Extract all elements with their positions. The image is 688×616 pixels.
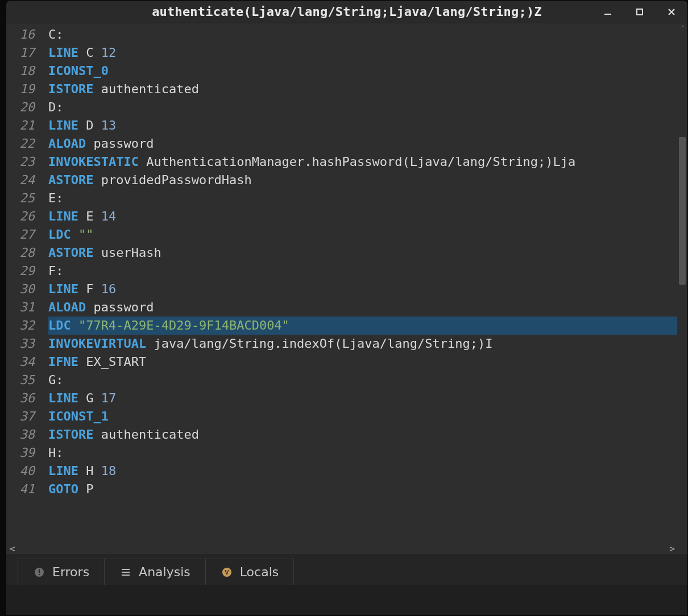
code-token — [93, 209, 101, 223]
code-token: LINE — [48, 118, 78, 132]
tab-locals-label: Locals — [240, 565, 279, 579]
code-token: F — [86, 282, 93, 296]
code-line[interactable]: LINE D 13 — [48, 116, 687, 135]
tab-locals[interactable]: V Locals — [205, 559, 294, 585]
code-token: P — [86, 482, 93, 496]
code-token — [71, 318, 78, 332]
app-window: authenticate(Ljava/lang/String;Ljava/lan… — [6, 0, 688, 616]
code-token: LINE — [48, 209, 78, 223]
code-token: "" — [78, 227, 94, 242]
code-token: 13 — [101, 118, 117, 132]
code-line[interactable]: G: — [48, 371, 687, 389]
code-token — [146, 336, 154, 351]
code-token: D — [86, 118, 93, 132]
code-line[interactable]: ASTORE userHash — [48, 244, 687, 262]
code-token: 12 — [101, 45, 117, 60]
code-line[interactable]: INVOKESTATIC AuthenticationManager.hashP… — [48, 153, 687, 171]
minimize-button[interactable] — [592, 1, 624, 23]
code-line[interactable]: ISTORE authenticated — [48, 80, 687, 98]
line-number: 31 — [6, 298, 35, 317]
window-title: authenticate(Ljava/lang/String;Ljava/lan… — [152, 5, 542, 19]
tab-errors[interactable]: Errors — [18, 559, 105, 585]
code-token: 16 — [101, 282, 117, 296]
error-icon — [33, 566, 45, 578]
code-token: GOTO — [48, 482, 78, 496]
editor-body[interactable]: 1617181920212223242526272829303132333435… — [6, 23, 687, 543]
maximize-button[interactable] — [624, 1, 656, 23]
code-area[interactable]: C:LINE C 12ICONST_0ISTORE authenticatedD… — [40, 23, 687, 543]
code-line[interactable]: LINE E 14 — [48, 207, 687, 226]
code-line[interactable]: H: — [48, 444, 687, 462]
code-token — [86, 300, 93, 314]
svg-rect-6 — [39, 574, 40, 575]
line-number-gutter: 1617181920212223242526272829303132333435… — [6, 23, 40, 543]
code-line[interactable]: LINE F 16 — [48, 280, 687, 298]
line-number: 30 — [6, 280, 35, 298]
code-token: 14 — [101, 209, 117, 223]
titlebar: authenticate(Ljava/lang/String;Ljava/lan… — [6, 1, 687, 23]
code-token: password — [93, 136, 154, 151]
scroll-left-icon[interactable]: < — [10, 543, 15, 555]
code-token — [78, 118, 86, 132]
code-token: ASTORE — [48, 173, 93, 187]
code-token — [93, 245, 101, 260]
code-token — [78, 464, 86, 478]
line-number: 26 — [6, 207, 35, 226]
code-line[interactable]: LINE G 17 — [48, 389, 687, 407]
scroll-right-icon[interactable]: > — [669, 543, 675, 555]
code-token — [93, 282, 101, 296]
code-line[interactable]: ISTORE authenticated — [48, 426, 687, 444]
tab-analysis[interactable]: Analysis — [104, 559, 206, 585]
line-number: 38 — [6, 426, 35, 444]
code-token: ICONST_0 — [48, 64, 109, 78]
svg-rect-1 — [637, 9, 643, 15]
code-line[interactable]: ICONST_1 — [48, 407, 687, 426]
minimize-icon — [603, 7, 612, 16]
code-token: EX_START — [86, 355, 146, 369]
line-number: 33 — [6, 335, 35, 353]
code-token: password — [93, 300, 154, 314]
analysis-icon — [119, 566, 132, 578]
vertical-scrollbar[interactable]: ˄ — [677, 23, 687, 543]
code-token — [86, 136, 93, 151]
editor: 1617181920212223242526272829303132333435… — [6, 23, 687, 554]
svg-rect-5 — [39, 569, 40, 573]
code-line[interactable]: C: — [48, 26, 687, 44]
code-line[interactable]: LDC "77R4-A29E-4D29-9F14BACD004" — [48, 317, 687, 335]
code-line[interactable]: LDC "" — [48, 226, 687, 244]
close-button[interactable] — [656, 1, 687, 23]
code-line[interactable]: LINE C 12 — [48, 44, 687, 62]
code-line[interactable]: ALOAD password — [48, 298, 687, 317]
maximize-icon — [636, 8, 644, 16]
code-line[interactable]: ICONST_0 — [48, 62, 687, 80]
code-line[interactable]: ALOAD password — [48, 135, 687, 153]
code-line[interactable]: GOTO P — [48, 480, 687, 498]
code-line[interactable]: ASTORE providedPasswordHash — [48, 171, 687, 189]
code-token: ICONST_1 — [48, 409, 109, 423]
code-line[interactable]: LINE H 18 — [48, 462, 687, 480]
code-token — [139, 155, 146, 169]
code-line[interactable]: E: — [48, 189, 687, 207]
code-line[interactable]: INVOKEVIRTUAL java/lang/String.indexOf(L… — [48, 335, 687, 353]
scroll-up-icon[interactable]: ˄ — [677, 24, 687, 34]
line-number: 29 — [6, 262, 35, 280]
code-token: ALOAD — [48, 136, 86, 151]
code-token — [78, 282, 86, 296]
close-icon — [667, 7, 676, 16]
horizontal-scrollbar[interactable]: < > — [6, 543, 687, 554]
code-token — [93, 118, 101, 132]
code-token: IFNE — [48, 355, 78, 369]
scrollbar-thumb[interactable] — [679, 137, 686, 285]
code-line[interactable]: D: — [48, 98, 687, 116]
code-line[interactable]: IFNE EX_START — [48, 353, 687, 371]
code-token: java/lang/String.indexOf(Ljava/lang/Stri… — [154, 336, 492, 351]
code-line[interactable]: F: — [48, 262, 687, 280]
code-token — [78, 482, 86, 496]
line-number: 28 — [6, 244, 35, 262]
line-number: 32 — [6, 317, 35, 335]
code-token: LDC — [48, 227, 71, 242]
tab-errors-label: Errors — [52, 565, 89, 579]
code-token: providedPasswordHash — [101, 173, 252, 187]
code-token: INVOKESTATIC — [48, 155, 139, 169]
code-token — [93, 391, 101, 405]
